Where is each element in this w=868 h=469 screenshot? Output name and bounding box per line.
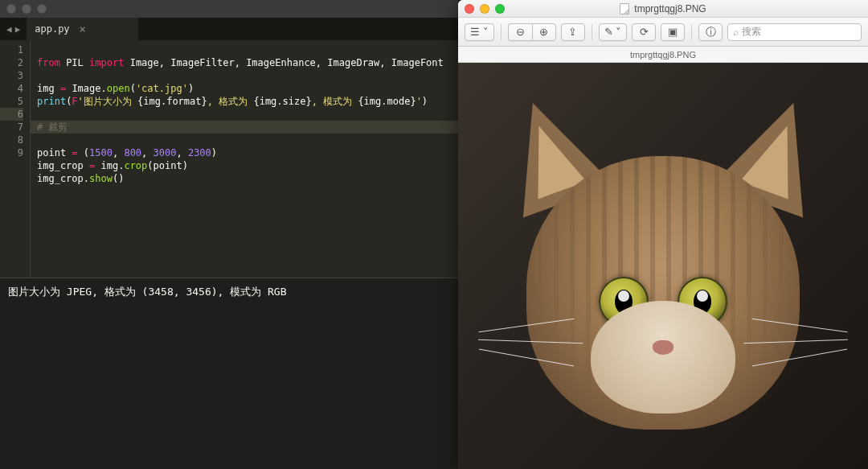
nav-back-icon[interactable]: ◀: [6, 24, 12, 35]
tab-label: app.py: [35, 23, 69, 35]
import-names: Image, ImageFilter, ImageEnhance, ImageD…: [130, 57, 444, 68]
var: point: [37, 147, 66, 158]
nav-forward-icon[interactable]: ▶: [15, 24, 21, 35]
line-gutter: 1 2 3 4 5 6 7 8 9: [0, 40, 31, 278]
editor-window: ◀ ▶ app.py × 1 2 3 4 5 6 7 8 9 from PIL …: [0, 0, 458, 469]
tab-bar: ◀ ▶ app.py ×: [0, 18, 458, 40]
str: '图片大小为: [78, 96, 137, 107]
line-number: 9: [0, 146, 23, 159]
fn-show: show: [89, 173, 113, 184]
close-icon[interactable]: [6, 4, 16, 14]
file-icon: [620, 3, 629, 14]
share-button[interactable]: ⇪: [561, 23, 585, 41]
num: 800: [124, 147, 141, 158]
search-input[interactable]: ⌕ 搜索: [727, 23, 862, 41]
window-title: tmprgttqgj8.PNG: [458, 3, 868, 14]
zoom-out-icon: ⊖: [516, 26, 525, 38]
num: 3000: [154, 147, 177, 158]
rotate-button[interactable]: ⟳: [632, 23, 656, 41]
share-icon: ⇪: [568, 26, 577, 38]
line-number: 2: [0, 56, 23, 69]
path-filename: tmprgttqgj8.PNG: [630, 50, 696, 60]
separator: [501, 24, 502, 40]
line-number: 4: [0, 82, 23, 95]
separator: [592, 24, 592, 40]
tab-app-py[interactable]: app.py ×: [27, 18, 139, 40]
title-filename: tmprgttqgj8.PNG: [634, 3, 706, 14]
separator: [691, 24, 692, 40]
arg: point: [154, 160, 182, 171]
fn-crop: crop: [124, 160, 147, 171]
maximize-icon[interactable]: [37, 4, 47, 14]
preview-toolbar: ☰ ˅ ⊖ ⊕ ⇪ ✎ ˅ ⟳ ▣ ⓘ ⌕ 搜索: [458, 18, 868, 47]
obj: img: [101, 160, 119, 171]
str-arg: 'cat.jpg': [136, 83, 188, 94]
obj: img_crop: [37, 173, 84, 184]
zoom-in-icon: ⊕: [539, 26, 548, 38]
minimize-icon[interactable]: [22, 4, 31, 14]
fn-print: print: [37, 96, 66, 107]
dot: .: [101, 83, 107, 94]
code-area[interactable]: from PIL import Image, ImageFilter, Imag…: [31, 40, 458, 278]
info-button[interactable]: ⓘ: [698, 23, 723, 41]
op-eq: =: [60, 83, 66, 94]
rotate-icon: ⟳: [640, 26, 649, 38]
line-number: 5: [0, 95, 23, 108]
obj: Image: [72, 83, 100, 94]
kw-import: import: [89, 57, 124, 68]
markup-button[interactable]: ✎ ˅: [599, 23, 628, 41]
kw-from: from: [37, 57, 60, 68]
line-number: 7: [0, 121, 23, 134]
line-number: 3: [0, 69, 23, 82]
line-number: 6: [0, 108, 23, 121]
pkg: PIL: [66, 57, 84, 68]
fexp: {img.format}: [137, 96, 207, 107]
zoom-in-button[interactable]: ⊕: [532, 23, 556, 41]
editor-body: 1 2 3 4 5 6 7 8 9 from PIL import Image,…: [0, 40, 458, 278]
var: img_crop: [37, 160, 84, 171]
crop-button[interactable]: ▣: [661, 23, 685, 41]
console-panel[interactable]: 图片大小为 JPEG, 格式为 (3458, 3456), 模式为 RGB: [0, 278, 458, 469]
sidebar-toggle-button[interactable]: ☰ ˅: [465, 23, 494, 41]
close-icon[interactable]: [465, 4, 474, 14]
preview-window: tmprgttqgj8.PNG ☰ ˅ ⊖ ⊕ ⇪ ✎ ˅ ⟳ ▣ ⓘ ⌕ 搜索…: [458, 0, 868, 469]
str: ': [416, 96, 422, 107]
str: , 模式为: [312, 96, 358, 107]
line-number: 1: [0, 43, 23, 56]
fexp: {img.size}: [253, 96, 311, 107]
num: 1500: [89, 147, 113, 158]
minimize-icon[interactable]: [480, 4, 489, 14]
op-eq: =: [72, 147, 77, 158]
markup-icon: ✎: [604, 26, 613, 38]
line-number: 8: [0, 134, 23, 146]
info-icon: ⓘ: [706, 25, 716, 39]
search-placeholder: 搜索: [742, 25, 761, 39]
editor-titlebar[interactable]: [0, 0, 458, 18]
f-prefix: F: [72, 96, 77, 107]
image-viewport[interactable]: [458, 63, 868, 469]
fn-open: open: [107, 83, 130, 94]
zoom-out-button[interactable]: ⊖: [508, 23, 532, 41]
str: , 格式为: [207, 96, 254, 107]
tab-close-icon[interactable]: ×: [80, 23, 86, 35]
op-eq: =: [89, 160, 95, 171]
var: img: [37, 83, 55, 94]
cat-image: [486, 100, 840, 470]
sidebar-icon: ☰: [470, 26, 480, 38]
console-output: 图片大小为 JPEG, 格式为 (3458, 3456), 模式为 RGB: [8, 285, 450, 299]
path-bar: tmprgttqgj8.PNG: [458, 47, 868, 63]
num: 2300: [188, 147, 211, 158]
search-icon: ⌕: [733, 27, 739, 38]
maximize-icon[interactable]: [495, 4, 505, 14]
crop-icon: ▣: [668, 26, 678, 38]
comment: # 裁剪: [37, 121, 68, 133]
fexp: {img.mode}: [358, 96, 416, 107]
preview-titlebar[interactable]: tmprgttqgj8.PNG: [458, 0, 868, 18]
